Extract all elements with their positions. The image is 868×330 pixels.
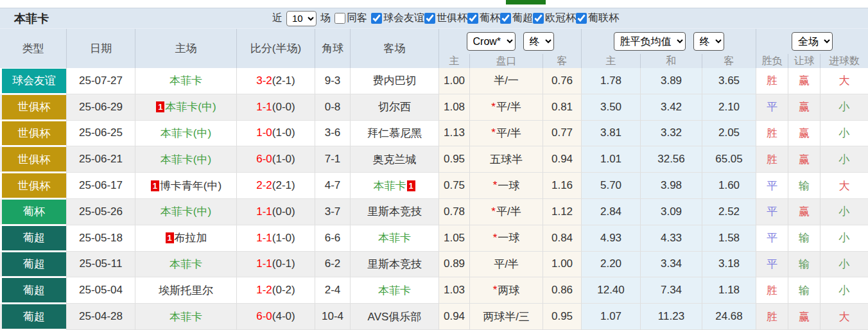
top-strip [0,0,868,8]
result-wdl-cell: 胜 [756,304,788,330]
competition-type-badge: 葡超 [2,226,66,250]
odds-home-cell: 0.95 [438,146,469,173]
handicap-cell: 五球半 [469,146,542,173]
col-header-away: 客场 [350,29,438,68]
competition-type-badge: 葡超 [2,252,66,277]
result-goals-cell: 小 [820,252,868,278]
table-header: 类型 日期 主场 比分(半场) 角球 客场 Crow* 终 胜平负均值 终 全场… [0,29,868,68]
date-cell: 25-04-28 [66,304,135,330]
col-header-type: 类型 [0,29,66,68]
col-header-home: 主场 [135,29,236,68]
scope-select-group: 全场 [756,29,868,54]
avg-home-cell: 1.78 [581,68,640,94]
competition-label: 葡杯 [480,12,500,25]
score-cell: 1-1(1-0) [236,225,315,252]
table-body: 球会友谊25-07-27本菲卡3-2(2-1)9-3费内巴切1.00半/一0.7… [0,68,868,330]
avg-draw-cell: 11.23 [640,304,702,330]
avg-home-cell: 4.93 [581,225,640,252]
match-row: 世俱杯25-06-25本菲卡(中)1-0(1-0)3-6拜仁慕尼黑1.13*平/… [0,121,868,147]
subcol-odds-away: 客 [542,54,581,68]
score-cell: 6-0(4-0) [236,304,315,330]
home-team-cell: 本菲卡 [135,304,236,330]
result-wdl-cell: 胜 [756,146,788,173]
competition-checkbox-5[interactable] [576,13,587,24]
away-team-cell: 费内巴切 [350,68,438,94]
team-name: 本菲卡 [374,178,406,193]
corners-cell: 7-1 [315,146,350,173]
avg-draw-cell: 3.09 [640,199,702,225]
odds-home-cell: 1.13 [438,121,469,147]
avg-away-cell: 1.18 [702,277,756,304]
result-handicap-cell: 输 [788,225,820,252]
result-goals-cell: 小 [820,225,868,252]
same-away-label: 同客 [347,12,367,25]
team-name: 本菲卡 [169,73,202,88]
corners-cell: 10-4 [315,304,350,330]
result-goals-cell: 小 [820,94,868,121]
team-name: 费内巴切 [373,73,417,88]
competition-type-badge: 葡超 [2,278,66,302]
result-wdl-cell: 胜 [756,277,788,304]
home-team-cell: 埃斯托里尔 [135,277,236,304]
away-team-cell: 本菲卡1 [350,173,438,199]
corners-cell: 0-8 [315,94,350,121]
avg-home-cell: 12.40 [581,277,640,304]
result-handicap-cell: 输 [788,252,820,278]
recent-count-select[interactable]: 10 [286,11,317,26]
odds-home-cell: 0.75 [438,173,469,199]
match-row: 葡超25-04-28本菲卡6-0(4-0)10-4AVS俱乐部0.94两球半/三… [0,304,868,330]
team-name: 本菲卡 [169,257,202,272]
avg-home-cell: 1.07 [581,304,640,330]
competition-type-cell: 葡杯 [0,199,66,225]
bookmaker-select[interactable]: Crow* [467,32,516,51]
result-handicap-cell: 赢 [788,68,820,94]
result-handicap-cell: 输 [788,277,820,304]
avg-time-select[interactable]: 终 [693,32,724,51]
odds-home-cell: 0.94 [438,304,469,330]
title-bar: 本菲卡 近 10 场 同客 球会友谊世俱杯葡杯葡超欧冠杯葡联杯 [0,8,868,29]
competition-checkbox-0[interactable] [371,13,382,24]
handicap-cell: *平/半 [469,121,542,147]
scope-select[interactable]: 全场 [792,32,833,51]
corners-cell: 3-7 [315,199,350,225]
date-cell: 25-06-25 [66,121,135,147]
competition-checkbox-1[interactable] [424,13,435,24]
same-away-checkbox[interactable] [334,13,345,24]
team-name: 本菲卡 [378,230,411,245]
avg-draw-cell: 3.98 [640,173,702,199]
result-goals-cell: 小 [820,199,868,225]
subcol-handicap: 盘口 [469,54,542,68]
subcol-avg-home: 主 [581,54,640,68]
odds-home-cell: 0.78 [438,199,469,225]
competition-type-cell: 葡超 [0,252,66,278]
competition-checkbox-4[interactable] [533,13,544,24]
odds-home-cell: 0.89 [438,252,469,278]
result-handicap-cell: 赢 [788,304,820,330]
odds-time-select[interactable]: 终 [523,32,554,51]
competition-type-badge: 世俱杯 [2,121,66,146]
home-team-cell: 1博卡青年(中) [135,173,236,199]
match-row: 世俱杯25-06-21本菲卡(中)6-0(1-0)7-1奥克兰城0.95五球半0… [0,146,868,173]
competition-checkbox-3[interactable] [500,13,511,24]
corners-cell: 3-6 [315,121,350,147]
handicap-cell: *一球 [469,225,542,252]
odds-home-cell: 1.05 [438,225,469,252]
team-name: 埃斯托里尔 [159,283,213,298]
competition-checkbox-2[interactable] [467,13,478,24]
team-name: 本菲卡 [169,309,202,324]
avg-odds-select[interactable]: 胜平负均值 [614,32,686,51]
date-cell: 25-06-29 [66,94,135,121]
result-handicap-cell: 赢 [788,121,820,147]
avg-home-cell: 3.50 [581,94,640,121]
away-team-cell: 里斯本竞技 [350,252,438,278]
avg-draw-cell: 3.42 [640,94,702,121]
odds-home-cell: 1.00 [438,68,469,94]
competition-type-cell: 葡超 [0,277,66,304]
avg-home-cell: 2.20 [581,252,640,278]
competition-type-badge: 世俱杯 [2,147,66,171]
result-wdl-cell: 胜 [756,68,788,94]
result-goals-cell: 小 [820,277,868,304]
match-row: 世俱杯25-06-291本菲卡(中)1-1(0-0)0-8切尔西1.08*平/半… [0,94,868,121]
competition-type-cell: 世俱杯 [0,173,66,199]
avg-home-cell: 2.84 [581,199,640,225]
